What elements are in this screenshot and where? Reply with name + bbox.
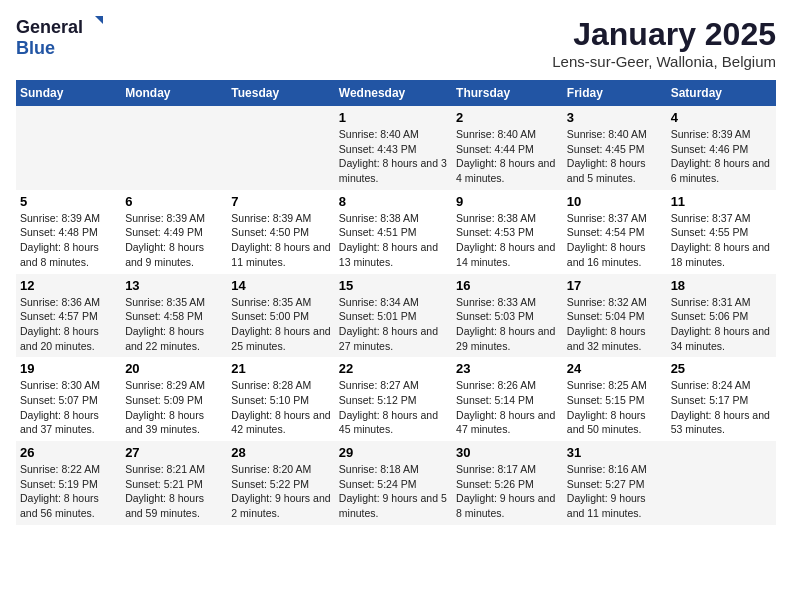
header-wednesday: Wednesday xyxy=(335,80,452,106)
cell-info: Sunset: 5:24 PM xyxy=(339,477,448,492)
cell-info: Sunrise: 8:17 AM xyxy=(456,462,559,477)
cell-info: Sunrise: 8:22 AM xyxy=(20,462,117,477)
cell-info: Sunrise: 8:35 AM xyxy=(125,295,223,310)
cell-info: Sunset: 4:50 PM xyxy=(231,225,330,240)
day-number: 21 xyxy=(231,361,330,376)
logo-general: General xyxy=(16,17,83,38)
cell-info: Sunset: 4:46 PM xyxy=(671,142,772,157)
cell-info: Daylight: 8 hours and 20 minutes. xyxy=(20,324,117,353)
calendar-cell: 14Sunrise: 8:35 AMSunset: 5:00 PMDayligh… xyxy=(227,274,334,358)
day-number: 5 xyxy=(20,194,117,209)
day-number: 4 xyxy=(671,110,772,125)
day-number: 20 xyxy=(125,361,223,376)
cell-info: Sunset: 5:22 PM xyxy=(231,477,330,492)
cell-info: Sunset: 5:26 PM xyxy=(456,477,559,492)
calendar-cell: 24Sunrise: 8:25 AMSunset: 5:15 PMDayligh… xyxy=(563,357,667,441)
cell-info: Sunset: 5:10 PM xyxy=(231,393,330,408)
day-number: 10 xyxy=(567,194,663,209)
cell-info: Daylight: 8 hours and 4 minutes. xyxy=(456,156,559,185)
day-number: 29 xyxy=(339,445,448,460)
day-number: 15 xyxy=(339,278,448,293)
cell-info: Sunset: 5:07 PM xyxy=(20,393,117,408)
calendar-cell: 19Sunrise: 8:30 AMSunset: 5:07 PMDayligh… xyxy=(16,357,121,441)
cell-info: Sunrise: 8:16 AM xyxy=(567,462,663,477)
header-tuesday: Tuesday xyxy=(227,80,334,106)
cell-info: Sunset: 4:51 PM xyxy=(339,225,448,240)
cell-info: Daylight: 8 hours and 27 minutes. xyxy=(339,324,448,353)
calendar-cell: 10Sunrise: 8:37 AMSunset: 4:54 PMDayligh… xyxy=(563,190,667,274)
calendar-header-row: Sunday Monday Tuesday Wednesday Thursday… xyxy=(16,80,776,106)
cell-info: Daylight: 8 hours and 22 minutes. xyxy=(125,324,223,353)
calendar-week-row: 1Sunrise: 8:40 AMSunset: 4:43 PMDaylight… xyxy=(16,106,776,190)
cell-info: Sunset: 5:27 PM xyxy=(567,477,663,492)
cell-info: Sunset: 4:57 PM xyxy=(20,309,117,324)
day-number: 3 xyxy=(567,110,663,125)
calendar-cell: 9Sunrise: 8:38 AMSunset: 4:53 PMDaylight… xyxy=(452,190,563,274)
cell-info: Sunset: 5:00 PM xyxy=(231,309,330,324)
cell-info: Sunrise: 8:40 AM xyxy=(339,127,448,142)
cell-info: Daylight: 8 hours and 6 minutes. xyxy=(671,156,772,185)
cell-info: Sunrise: 8:21 AM xyxy=(125,462,223,477)
cell-info: Sunset: 5:06 PM xyxy=(671,309,772,324)
calendar-cell: 20Sunrise: 8:29 AMSunset: 5:09 PMDayligh… xyxy=(121,357,227,441)
page-title: January 2025 xyxy=(552,16,776,53)
cell-info: Sunset: 5:17 PM xyxy=(671,393,772,408)
page-header: General Blue January 2025 Lens-sur-Geer,… xyxy=(16,16,776,70)
cell-info: Daylight: 8 hours and 42 minutes. xyxy=(231,408,330,437)
calendar-cell: 5Sunrise: 8:39 AMSunset: 4:48 PMDaylight… xyxy=(16,190,121,274)
cell-info: Daylight: 8 hours and 59 minutes. xyxy=(125,491,223,520)
header-sunday: Sunday xyxy=(16,80,121,106)
calendar-week-row: 26Sunrise: 8:22 AMSunset: 5:19 PMDayligh… xyxy=(16,441,776,525)
cell-info: Daylight: 8 hours and 11 minutes. xyxy=(231,240,330,269)
cell-info: Daylight: 9 hours and 11 minutes. xyxy=(567,491,663,520)
cell-info: Sunrise: 8:40 AM xyxy=(567,127,663,142)
cell-info: Daylight: 8 hours and 9 minutes. xyxy=(125,240,223,269)
cell-info: Sunset: 5:19 PM xyxy=(20,477,117,492)
cell-info: Daylight: 8 hours and 16 minutes. xyxy=(567,240,663,269)
cell-info: Daylight: 8 hours and 3 minutes. xyxy=(339,156,448,185)
cell-info: Daylight: 9 hours and 5 minutes. xyxy=(339,491,448,520)
calendar-cell: 26Sunrise: 8:22 AMSunset: 5:19 PMDayligh… xyxy=(16,441,121,525)
calendar-cell: 30Sunrise: 8:17 AMSunset: 5:26 PMDayligh… xyxy=(452,441,563,525)
calendar-cell: 28Sunrise: 8:20 AMSunset: 5:22 PMDayligh… xyxy=(227,441,334,525)
cell-info: Sunset: 5:21 PM xyxy=(125,477,223,492)
cell-info: Sunrise: 8:26 AM xyxy=(456,378,559,393)
day-number: 9 xyxy=(456,194,559,209)
cell-info: Sunrise: 8:39 AM xyxy=(231,211,330,226)
day-number: 23 xyxy=(456,361,559,376)
cell-info: Sunset: 4:44 PM xyxy=(456,142,559,157)
day-number: 13 xyxy=(125,278,223,293)
cell-info: Sunset: 4:43 PM xyxy=(339,142,448,157)
day-number: 27 xyxy=(125,445,223,460)
cell-info: Daylight: 8 hours and 29 minutes. xyxy=(456,324,559,353)
day-number: 14 xyxy=(231,278,330,293)
cell-info: Sunset: 4:55 PM xyxy=(671,225,772,240)
cell-info: Daylight: 8 hours and 34 minutes. xyxy=(671,324,772,353)
cell-info: Sunset: 5:04 PM xyxy=(567,309,663,324)
cell-info: Sunset: 4:54 PM xyxy=(567,225,663,240)
logo-blue: Blue xyxy=(16,38,55,59)
cell-info: Daylight: 8 hours and 56 minutes. xyxy=(20,491,117,520)
cell-info: Daylight: 8 hours and 18 minutes. xyxy=(671,240,772,269)
cell-info: Daylight: 8 hours and 39 minutes. xyxy=(125,408,223,437)
day-number: 24 xyxy=(567,361,663,376)
logo: General Blue xyxy=(16,16,103,59)
calendar-cell: 8Sunrise: 8:38 AMSunset: 4:51 PMDaylight… xyxy=(335,190,452,274)
calendar-cell: 23Sunrise: 8:26 AMSunset: 5:14 PMDayligh… xyxy=(452,357,563,441)
cell-info: Sunrise: 8:38 AM xyxy=(456,211,559,226)
cell-info: Sunrise: 8:34 AM xyxy=(339,295,448,310)
day-number: 6 xyxy=(125,194,223,209)
day-number: 1 xyxy=(339,110,448,125)
calendar-cell: 31Sunrise: 8:16 AMSunset: 5:27 PMDayligh… xyxy=(563,441,667,525)
calendar-cell: 15Sunrise: 8:34 AMSunset: 5:01 PMDayligh… xyxy=(335,274,452,358)
cell-info: Daylight: 8 hours and 45 minutes. xyxy=(339,408,448,437)
cell-info: Sunrise: 8:32 AM xyxy=(567,295,663,310)
header-saturday: Saturday xyxy=(667,80,776,106)
svg-marker-0 xyxy=(95,16,103,24)
calendar-cell: 7Sunrise: 8:39 AMSunset: 4:50 PMDaylight… xyxy=(227,190,334,274)
cell-info: Sunrise: 8:37 AM xyxy=(671,211,772,226)
cell-info: Sunrise: 8:20 AM xyxy=(231,462,330,477)
cell-info: Sunrise: 8:39 AM xyxy=(671,127,772,142)
cell-info: Sunrise: 8:25 AM xyxy=(567,378,663,393)
cell-info: Daylight: 8 hours and 50 minutes. xyxy=(567,408,663,437)
